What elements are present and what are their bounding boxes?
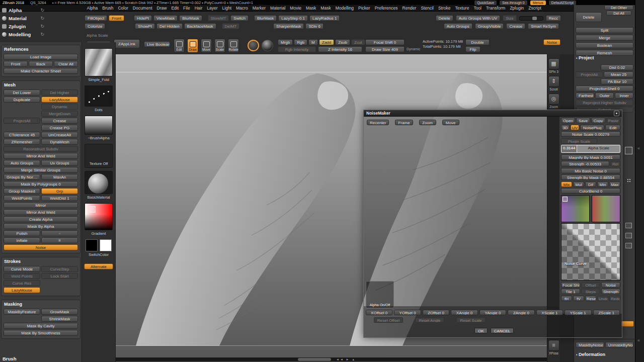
mix-basic-noise-slider[interactable]: Mix Basic Noise 0 <box>561 168 620 173</box>
reset-offset-button[interactable]: Reset Offset <box>374 317 403 323</box>
preview-toggle-icon[interactable] <box>625 147 632 154</box>
blurmask-button[interactable]: BlurMask <box>254 15 277 21</box>
divider-dots-icon[interactable] <box>626 178 631 183</box>
lock-start-button[interactable]: Lock Start <box>41 273 78 279</box>
outer-button[interactable]: Outer <box>595 93 614 99</box>
spix-control[interactable]: ▦ SPix 3 <box>548 58 559 73</box>
picker-button[interactable]: Picker <box>356 5 373 11</box>
make-character-sheet-button[interactable]: Make Character Sheet <box>4 68 78 74</box>
zapplink-button[interactable]: ZAppLink <box>114 39 140 48</box>
strength-slider[interactable]: Strength -0.00533 <box>561 161 609 166</box>
groups-by-normals-button[interactable]: Groups By Normals <box>4 174 40 180</box>
noise-preview-area[interactable] <box>364 117 559 306</box>
merge-button[interactable]: Merge <box>576 35 633 41</box>
strength-button[interactable]: Strength <box>601 289 620 294</box>
blurmask-button[interactable]: BlurMask <box>179 15 202 21</box>
auto-groups-with-uv-button[interactable]: Auto Groups With UV <box>456 15 500 21</box>
xoffset-0-button[interactable]: XOffset 0 <box>366 310 392 315</box>
reset-button[interactable]: Reset <box>585 296 596 301</box>
hidept-button[interactable]: HidePt <box>134 15 152 21</box>
strength-by-mask-slider[interactable]: Strength By Mask 0.88554 <box>561 174 620 180</box>
canvas-scrollbar[interactable]: ◄◄ ► ▲ <box>116 357 547 361</box>
layer-button[interactable]: Layer <box>205 5 220 11</box>
sdiv-6-button[interactable]: SDiv 6 <box>305 23 324 29</box>
alpha-scale-edit-slider[interactable]: 0.3144 Alpha Scale <box>561 145 620 153</box>
palette-item-zplugin[interactable]: Zplugin ↻ <box>0 22 46 30</box>
mask-button[interactable]: Mask <box>304 5 318 11</box>
reproject-button[interactable]: Reproject Higher Subdiv <box>576 100 633 106</box>
duplicate-button[interactable]: Duplicate <box>4 97 40 103</box>
mergedown-button[interactable]: MergeDown <box>41 111 78 117</box>
draw-button[interactable]: Draw <box>154 5 169 11</box>
del-all-button[interactable]: Del All <box>606 11 631 16</box>
crease-pg-button[interactable]: Crease PG <box>41 125 78 131</box>
size-button[interactable]: Size <box>503 15 517 21</box>
alpha-onoff-thumbnail[interactable]: Alpha On/Off <box>366 281 394 308</box>
move-button[interactable]: Move <box>442 120 459 125</box>
delete-button[interactable]: Delete <box>436 15 453 21</box>
ctolerance-45-button[interactable]: CTolerance 45 <box>4 132 40 138</box>
zadd-button[interactable]: Zadd <box>319 39 334 45</box>
edit-button[interactable]: Edit <box>605 125 620 130</box>
double-button[interactable]: Double <box>465 39 490 45</box>
mask-by-polygroups-0-button[interactable]: Mask By Polygroups 0 <box>4 181 78 187</box>
palette-item-modelling[interactable]: Modelling ↻ <box>0 30 46 38</box>
color-button[interactable]: Color <box>116 5 130 11</box>
brush-section-title[interactable]: Brush <box>3 356 16 361</box>
front-button[interactable]: Front <box>109 15 124 21</box>
reconstruct-subdiv-button[interactable]: Reconstruct Subdiv <box>4 146 78 152</box>
noise-button[interactable]: Noise <box>601 282 620 288</box>
current-alpha-icon[interactable] <box>262 40 273 51</box>
noise-cutoff-button[interactable] <box>621 321 634 327</box>
document-icon[interactable] <box>625 233 632 238</box>
switch-button[interactable]: Switch <box>230 15 249 21</box>
deformation-section-title[interactable]: Deformation <box>576 352 605 357</box>
rel-button[interactable]: Rel <box>610 161 620 166</box>
group-masked-button[interactable]: Group Masked <box>4 188 40 194</box>
edit-tool-button[interactable]: Edit <box>174 39 185 53</box>
material-button[interactable]: Material <box>268 5 288 11</box>
3d-button[interactable]: 3D <box>561 125 570 130</box>
flip-button[interactable]: Flip <box>465 46 480 52</box>
tool-button[interactable]: Tool <box>471 5 484 11</box>
curvestep-button[interactable]: CurveStep <box>41 266 78 272</box>
move-tool-button[interactable]: Move <box>201 39 212 53</box>
del-hidden-button[interactable]: Del Hidden <box>156 23 183 29</box>
shrinkmask-button[interactable]: ShrinkMask <box>41 316 78 322</box>
section-title[interactable]: References <box>2 46 79 53</box>
save-button[interactable]: Save <box>576 118 590 123</box>
tray-open-chevron[interactable]: « <box>637 338 640 343</box>
dialog-menu-icon[interactable] <box>614 111 619 116</box>
zscript-button[interactable]: Zscript <box>526 5 544 11</box>
weld-points-button[interactable]: Weld Points <box>4 273 40 279</box>
farthest-button[interactable]: Farthest <box>576 93 594 99</box>
zremesher-button[interactable]: ZRemesher <box>4 139 40 145</box>
auto-groups-button[interactable]: Auto Groups <box>4 160 40 166</box>
lazymouse-button[interactable]: LazyMouse <box>41 97 78 103</box>
mask-button[interactable]: Mask <box>318 5 333 11</box>
load-image-button[interactable]: Load Image <box>4 54 78 60</box>
uncreaseall-button[interactable]: UnCreaseAll <box>41 132 78 138</box>
modelling-button[interactable]: Modelling <box>333 5 356 11</box>
merge-similar-groups-button[interactable]: Merge Similar Groups <box>4 167 78 173</box>
m-button[interactable]: M <box>308 39 318 45</box>
delete-button[interactable]: Delete <box>576 12 602 22</box>
polish-button[interactable]: Polish <box>4 230 40 236</box>
welddist-1-button[interactable]: WeldDist 1 <box>41 195 78 201</box>
refresh-icon[interactable]: ↻ <box>40 24 44 29</box>
dist-slider[interactable]: Dist 0.02 <box>601 64 633 70</box>
project-section-title[interactable]: Project <box>576 55 594 60</box>
mask-by-noise-button[interactable]: MaskByNoise <box>576 342 604 348</box>
xscale-1-button[interactable]: XScale 1 <box>536 310 563 315</box>
grp-button[interactable]: Grp <box>41 188 78 194</box>
split-button[interactable]: Split <box>576 27 633 33</box>
texture-button[interactable]: Texture <box>453 5 471 11</box>
lazyradius-1-button[interactable]: LazyRadius 1 <box>309 15 340 21</box>
undo-button[interactable]: Undo <box>597 296 608 301</box>
palette-item-alpha[interactable]: Alpha ↻ <box>0 6 46 14</box>
light-button[interactable]: Light <box>220 5 233 11</box>
section-title[interactable]: Mesh <box>2 81 79 88</box>
steps-button[interactable]: Steps <box>581 289 600 294</box>
refresh-icon[interactable]: ↻ <box>40 8 44 13</box>
scrollbar-arrows-icon[interactable]: ◄◄ ► ▲ <box>336 357 356 361</box>
